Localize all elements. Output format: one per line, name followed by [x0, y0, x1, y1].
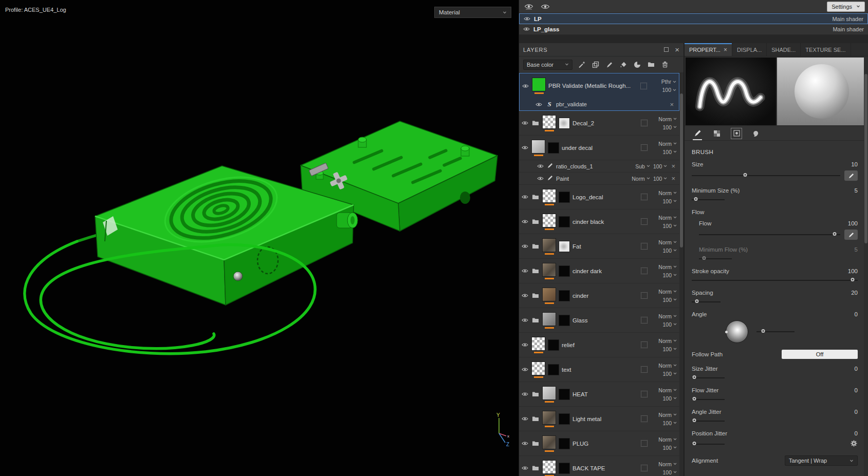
layer-visibility-icon[interactable] — [521, 466, 529, 470]
layer-visibility-icon[interactable] — [521, 392, 529, 396]
layer-name[interactable]: PBR Validate (Metallic Rough... — [548, 83, 638, 89]
material-slot[interactable] — [641, 268, 648, 274]
brush-stroke-preview[interactable] — [686, 58, 776, 125]
layer-row[interactable]: reliefNorm100 — [519, 333, 679, 357]
layer-effect-row[interactable]: PaintNorm100× — [519, 173, 679, 185]
material-slot[interactable] — [641, 391, 648, 397]
minimum-flow-slider[interactable] — [699, 256, 732, 261]
opacity-dropdown[interactable]: 100 — [662, 247, 677, 254]
layer-name[interactable]: under decal — [562, 145, 638, 151]
paint-layer-icon[interactable] — [605, 60, 614, 69]
layer-thumbnail[interactable] — [542, 312, 556, 329]
layer-name[interactable]: Fat — [572, 243, 638, 250]
layer-name[interactable]: BACK TAPE — [572, 465, 638, 471]
layer-mask-thumbnail[interactable] — [548, 364, 559, 375]
scrollbar-thumb[interactable] — [864, 74, 867, 243]
layer-row[interactable]: BACK TAPENorm100 — [519, 456, 679, 476]
layer-thumbnail[interactable] — [531, 361, 545, 378]
layer-row[interactable]: Light metalNorm100 — [519, 407, 679, 431]
remove-effect-icon[interactable]: × — [670, 175, 676, 182]
alignment-dropdown[interactable]: Tangent | Wrap — [785, 455, 858, 466]
layer-row[interactable]: cinder darkNorm100 — [519, 259, 679, 283]
layer-mask-thumbnail[interactable] — [559, 118, 570, 129]
opacity-dropdown[interactable]: 100 — [662, 198, 677, 204]
blend-mode-dropdown[interactable]: Norm — [658, 141, 677, 147]
layer-effect-row[interactable]: ratio_clouds_1Sub100× — [519, 160, 679, 173]
flow-slider[interactable] — [699, 232, 840, 238]
size-jitter-slider[interactable] — [692, 375, 725, 380]
opacity-dropdown[interactable]: 100 — [662, 469, 677, 475]
effect-name[interactable]: Paint — [556, 176, 629, 182]
layer-mask-thumbnail[interactable] — [559, 241, 570, 252]
layer-visibility-icon[interactable] — [521, 342, 529, 347]
layer-visibility-icon[interactable] — [522, 84, 529, 88]
blend-mode-dropdown[interactable]: Norm — [658, 436, 677, 443]
blend-mode-dropdown[interactable]: Pthr — [661, 79, 676, 85]
layer-mask-thumbnail[interactable] — [559, 315, 570, 326]
layer-thumbnail[interactable] — [531, 337, 545, 353]
layer-effect-row[interactable]: Spbr_validate× — [520, 98, 679, 110]
layer-thumbnail[interactable] — [531, 140, 545, 156]
blend-mode-dropdown[interactable]: Norm — [658, 190, 677, 196]
layer-row[interactable]: PBR Validate (Metallic Rough...Pthr100 — [520, 73, 679, 98]
effect-blend-dropdown[interactable]: Sub — [635, 163, 650, 169]
effect-name[interactable]: pbr_validate — [556, 101, 666, 107]
layer-name[interactable]: cinder dark — [572, 268, 638, 274]
effect-visibility-icon[interactable] — [535, 102, 543, 107]
effect-opacity-dropdown[interactable]: 100 — [653, 163, 668, 169]
blend-mode-dropdown[interactable]: Norm — [658, 264, 677, 270]
layer-mask-thumbnail[interactable] — [559, 290, 570, 301]
layer-name[interactable]: Light metal — [572, 416, 638, 422]
material-slot[interactable] — [641, 415, 648, 422]
layer-visibility-icon[interactable] — [521, 219, 529, 224]
layer-name[interactable]: relief — [562, 342, 638, 348]
mesh-visibility-icon[interactable] — [539, 2, 552, 12]
blend-mode-dropdown[interactable]: Norm — [658, 338, 677, 344]
opacity-dropdown[interactable]: 100 — [662, 371, 677, 377]
texture-set-row[interactable]: LP Main shader — [519, 13, 868, 24]
layer-name[interactable]: cinder — [572, 293, 638, 299]
angle-dial[interactable] — [726, 320, 748, 343]
opacity-dropdown[interactable]: 100 — [662, 346, 677, 352]
blend-mode-dropdown[interactable]: Norm — [658, 461, 677, 467]
layer-visibility-icon[interactable] — [521, 195, 529, 199]
layer-row[interactable]: GlassNorm100 — [519, 308, 679, 333]
opacity-dropdown[interactable]: 100 — [662, 445, 677, 451]
follow-path-toggle[interactable]: Off — [782, 350, 858, 359]
blend-mode-dropdown[interactable]: Norm — [658, 412, 677, 418]
effect-visibility-icon[interactable] — [537, 176, 544, 181]
layer-mask-thumbnail[interactable] — [548, 142, 559, 154]
material-slot[interactable] — [641, 292, 648, 299]
material-slot[interactable] — [641, 341, 648, 348]
smart-material-icon[interactable] — [633, 60, 642, 69]
material-slot[interactable] — [641, 366, 648, 373]
blend-mode-dropdown[interactable]: Norm — [658, 363, 677, 369]
layer-thumbnail[interactable] — [542, 386, 556, 403]
pen-pressure-button[interactable] — [844, 230, 858, 240]
layer-row[interactable]: cinder blackNorm100 — [519, 210, 679, 234]
material-slot[interactable] — [640, 83, 647, 89]
layer-name[interactable]: PLUG — [572, 441, 638, 447]
layer-visibility-icon[interactable] — [521, 367, 529, 372]
layer-thumbnail[interactable] — [542, 189, 556, 205]
layer-visibility-icon[interactable] — [521, 318, 529, 322]
layer-visibility-icon[interactable] — [521, 121, 529, 125]
layer-mask-thumbnail[interactable] — [559, 463, 570, 474]
stamp-icon[interactable] — [591, 60, 600, 69]
layer-thumbnail[interactable] — [542, 460, 556, 476]
blend-mode-dropdown[interactable]: Norm — [658, 289, 677, 295]
opacity-dropdown[interactable]: 100 — [662, 124, 677, 130]
layer-name[interactable]: Glass — [572, 317, 638, 323]
material-slot[interactable] — [641, 317, 648, 323]
material-slot[interactable] — [641, 465, 648, 471]
layer-row[interactable]: Decal_2Norm100 — [519, 111, 679, 136]
layer-thumbnail[interactable] — [542, 238, 556, 255]
layer-row[interactable]: Logo_decalNorm100 — [519, 185, 679, 210]
spacing-slider[interactable] — [692, 299, 721, 304]
opacity-dropdown[interactable]: 100 — [662, 87, 676, 93]
blend-mode-dropdown[interactable]: Norm — [658, 313, 677, 319]
pen-pressure-button[interactable] — [844, 170, 858, 181]
layer-mask-thumbnail[interactable] — [559, 192, 570, 203]
layer-visibility-icon[interactable] — [521, 244, 529, 249]
undock-icon[interactable] — [664, 47, 669, 52]
